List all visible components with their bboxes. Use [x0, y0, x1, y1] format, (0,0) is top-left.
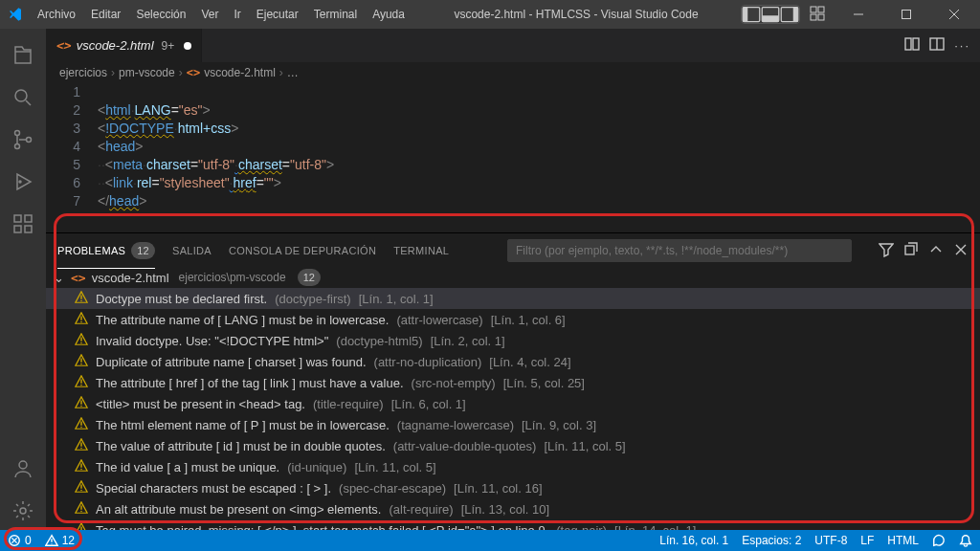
status-spaces[interactable]: Espacios: 2: [742, 534, 801, 547]
status-encoding[interactable]: UTF-8: [814, 534, 847, 547]
status-language[interactable]: HTML: [887, 534, 919, 547]
problem-row[interactable]: Doctype must be declared first. (doctype…: [46, 288, 980, 309]
settings-gear-icon[interactable]: [0, 492, 46, 530]
problem-row[interactable]: The id value [ a ] must be unique. (id-u…: [46, 456, 980, 477]
breadcrumb[interactable]: ejercicios› pm-vscode› <> vscode-2.html›…: [46, 62, 980, 83]
problem-row[interactable]: Invalid doctype. Use: "<!DOCTYPE html>" …: [46, 330, 980, 351]
svg-rect-8: [811, 14, 816, 20]
toggle-secondary-sidebar-icon[interactable]: [780, 6, 799, 23]
status-cursor[interactable]: Lín. 16, col. 1: [659, 534, 728, 547]
menu-seleccion[interactable]: Selección: [129, 4, 192, 25]
problem-message: Tag must be paired, missing: [ </p> ], s…: [96, 523, 548, 531]
status-notifications-icon[interactable]: [959, 534, 972, 547]
status-warnings[interactable]: 12: [45, 534, 75, 547]
problem-row[interactable]: <title> must be present in <head> tag. (…: [46, 393, 980, 414]
panel-tab-debug[interactable]: CONSOLA DE DEPURACIÓN: [229, 241, 376, 260]
toggle-panel-icon[interactable]: [761, 6, 780, 23]
warning-icon: [75, 501, 88, 518]
problem-rule: (tagname-lowercase): [397, 418, 514, 432]
warning-icon: [45, 534, 58, 547]
compare-changes-icon[interactable]: [904, 36, 920, 55]
layout-buttons[interactable]: [741, 5, 800, 24]
problem-row[interactable]: Tag must be paired, missing: [ </p> ], s…: [46, 519, 980, 530]
problem-rule: (tag-pair): [556, 523, 607, 531]
menu-ayuda[interactable]: Ayuda: [366, 4, 412, 25]
status-errors[interactable]: 0: [8, 534, 32, 547]
source-control-icon[interactable]: [0, 121, 46, 159]
panel-tab-terminal[interactable]: TERMINAL: [393, 241, 449, 260]
problem-row[interactable]: Duplicate of attribute name [ charset ] …: [46, 351, 980, 372]
split-editor-icon[interactable]: [929, 36, 945, 55]
svg-point-29: [80, 363, 82, 364]
problems-file-row[interactable]: ⌄ <> vscode-2.html ejercicios\pm-vscode …: [46, 267, 980, 288]
accounts-icon[interactable]: [0, 450, 46, 488]
problems-file-name: vscode-2.html: [92, 271, 169, 285]
problem-location: [Lín. 1, col. 6]: [491, 313, 566, 327]
code-content[interactable]: <html·LANG="es"> <!DOCTYPE·html+css> <he…: [98, 83, 980, 229]
menu-ir[interactable]: Ir: [227, 4, 247, 25]
problem-location: [Lín. 9, col. 3]: [522, 418, 596, 432]
problems-list[interactable]: ⌄ <> vscode-2.html ejercicios\pm-vscode …: [46, 267, 980, 530]
close-panel-icon[interactable]: [953, 242, 969, 259]
panel-tab-output[interactable]: SALIDA: [172, 241, 212, 260]
maximize-panel-icon[interactable]: [928, 242, 944, 259]
more-actions-icon[interactable]: ···: [954, 38, 970, 53]
breadcrumb-seg[interactable]: vscode-2.html: [204, 66, 276, 79]
run-debug-icon[interactable]: [0, 163, 46, 201]
filter-icon[interactable]: [879, 242, 894, 259]
html-file-icon: <>: [187, 66, 200, 79]
breadcrumb-seg[interactable]: ejercicios: [59, 66, 107, 79]
warning-icon: [75, 417, 88, 433]
problem-row[interactable]: The value of attribute [ id ] must be in…: [46, 435, 980, 456]
svg-rect-23: [913, 38, 919, 50]
warning-icon: [75, 438, 88, 454]
problem-message: Special characters must be escaped : [ >…: [96, 481, 331, 496]
problem-location: [Lín. 11, col. 5]: [544, 439, 625, 453]
toggle-primary-sidebar-icon[interactable]: [742, 6, 761, 23]
problems-filter-input[interactable]: [507, 239, 852, 262]
problems-badge: 12: [131, 242, 155, 259]
problem-row[interactable]: The attribute [ href ] of the tag [ link…: [46, 372, 980, 393]
svg-point-36: [80, 510, 82, 512]
vscode-logo-icon: [8, 7, 23, 22]
chevron-down-icon[interactable]: ⌄: [54, 271, 65, 285]
problem-message: The id value [ a ] must be unique.: [96, 460, 279, 474]
panel-tabs: PROBLEMAS12 SALIDA CONSOLA DE DEPURACIÓN…: [46, 233, 980, 267]
status-eol[interactable]: LF: [860, 534, 874, 547]
menu-archivo[interactable]: Archivo: [31, 4, 82, 25]
problem-row[interactable]: An alt attribute must be present on <img…: [46, 498, 980, 519]
search-icon[interactable]: [0, 78, 46, 117]
menu-ejecutar[interactable]: Ejecutar: [250, 4, 305, 25]
breadcrumb-seg[interactable]: pm-vscode: [119, 66, 175, 79]
tab-vscode-2-html[interactable]: <> vscode-2.html 9+: [46, 29, 202, 62]
menu-ver[interactable]: Ver: [194, 4, 225, 25]
problem-row[interactable]: The html element name of [ P ] must be i…: [46, 414, 980, 435]
explorer-icon[interactable]: [0, 36, 46, 75]
problem-message: Invalid doctype. Use: "<!DOCTYPE html>": [96, 334, 328, 348]
error-icon: [8, 534, 21, 547]
svg-point-35: [80, 489, 82, 491]
svg-point-34: [80, 468, 82, 470]
status-feedback-icon[interactable]: [932, 534, 946, 547]
menu-editar[interactable]: Editar: [84, 4, 127, 25]
problem-rule: (alt-require): [389, 502, 453, 517]
editor-tabs: <> vscode-2.html 9+ ···: [46, 29, 980, 62]
problem-message: <title> must be present in <head> tag.: [96, 397, 305, 411]
panel-tab-problems[interactable]: PROBLEMAS12: [57, 238, 155, 263]
window-minimize-button[interactable]: [836, 0, 880, 29]
window-close-button[interactable]: [932, 0, 976, 29]
code-editor[interactable]: 12 34 56 7 <html·LANG="es"> <!DOCTYPE·ht…: [46, 83, 980, 232]
problem-message: An alt attribute must be present on <img…: [96, 502, 381, 517]
problem-row[interactable]: The attribute name of [ LANG ] must be i…: [46, 309, 980, 330]
window-maximize-button[interactable]: [884, 0, 928, 29]
customize-layout-icon[interactable]: [810, 6, 825, 24]
menu-terminal[interactable]: Terminal: [307, 4, 364, 25]
problem-message: The html element name of [ P ] must be i…: [96, 418, 390, 432]
svg-rect-6: [811, 7, 816, 12]
collapse-all-icon[interactable]: [903, 242, 919, 259]
svg-point-30: [80, 384, 82, 386]
svg-point-31: [80, 405, 82, 407]
problem-row[interactable]: Special characters must be escaped : [ >…: [46, 477, 980, 498]
breadcrumb-seg[interactable]: …: [287, 66, 299, 79]
extensions-icon[interactable]: [0, 205, 46, 243]
